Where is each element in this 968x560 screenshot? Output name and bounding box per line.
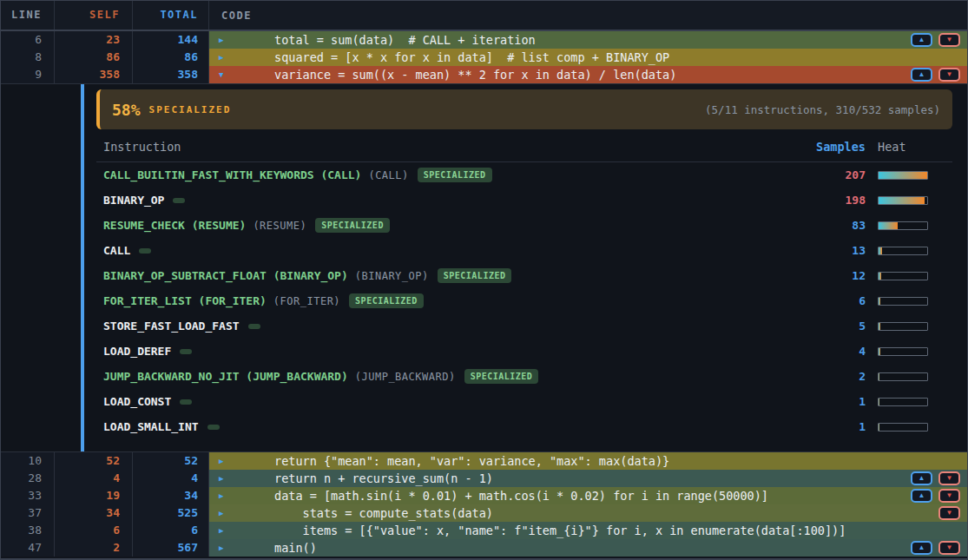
sample-count: 4 <box>801 345 866 358</box>
jump-up-button[interactable]: ▲ <box>911 541 932 555</box>
code-row[interactable]: 9 358 358 ▼ variance = sum((x - mean) **… <box>1 66 967 83</box>
heat-bar-fill <box>879 424 879 431</box>
profiler-app: LINE SELF TOTAL CODE 6 23 144 ▶ total = … <box>0 0 968 560</box>
specialized-label: SPECIALIZED <box>149 104 232 115</box>
expand-collapse-icon[interactable]: ▶ <box>219 526 231 535</box>
heat-bar-fill <box>879 273 881 280</box>
code-row[interactable]: 6 23 144 ▶ total = sum(data) # CALL + it… <box>1 31 967 49</box>
source-code-text: items = [{"value": x, "name": f"item_{i}… <box>274 524 846 537</box>
code-cell[interactable]: ▶ total = sum(data) # CALL + iteration ▲… <box>209 31 967 49</box>
column-header-code: CODE <box>209 10 967 22</box>
instruction-name: LOAD_CONST <box>96 395 801 408</box>
code-cell[interactable]: ▶ return n + recursive_sum(n - 1) ▲ ▼ <box>209 470 967 487</box>
row-navigation-buttons: ▲ ▼ <box>911 471 960 485</box>
expand-collapse-icon[interactable]: ▶ <box>219 36 231 44</box>
code-row[interactable]: 10 52 52 ▶ return {"mean": mean, "var": … <box>1 452 967 470</box>
source-code-text: return {"mean": mean, "var": variance, "… <box>274 454 669 468</box>
line-number: 28 <box>1 470 55 487</box>
heat-bar-cell <box>866 372 952 381</box>
code-row[interactable]: 37 34 525 ▶ stats = compute_stats(data) … <box>1 504 967 522</box>
heat-bar-track <box>878 171 928 180</box>
code-cell[interactable]: ▼ variance = sum((x - mean) ** 2 for x i… <box>209 66 967 83</box>
row-navigation-buttons: ▲ ▼ <box>911 33 960 47</box>
source-code-text: variance = sum((x - mean) ** 2 for x in … <box>274 68 676 82</box>
jump-down-button[interactable]: ▼ <box>938 541 960 555</box>
sample-count: 5 <box>801 320 866 333</box>
jump-down-button[interactable]: ▼ <box>938 68 960 82</box>
column-header-self: SELF <box>55 1 133 30</box>
line-number: 38 <box>1 522 55 539</box>
column-header-line: LINE <box>1 1 55 30</box>
heat-bar-track <box>878 196 928 205</box>
jump-up-button[interactable]: ▲ <box>911 489 932 503</box>
heat-bar-cell <box>866 423 952 432</box>
code-cell[interactable]: ▶ main() ▲ ▼ <box>209 539 967 557</box>
jump-up-button[interactable]: ▲ <box>911 471 932 485</box>
expand-collapse-icon[interactable]: ▶ <box>219 474 231 483</box>
jump-down-button[interactable]: ▼ <box>938 33 960 47</box>
instruction-row: LOAD_DEREF 4 <box>96 339 952 364</box>
jump-down-button[interactable]: ▼ <box>938 471 960 485</box>
code-rows-top: 6 23 144 ▶ total = sum(data) # CALL + it… <box>1 31 967 84</box>
expand-collapse-icon[interactable]: ▶ <box>219 457 231 465</box>
source-code-text: total = sum(data) # CALL + iteration <box>274 33 536 47</box>
line-number: 10 <box>1 452 55 470</box>
jump-up-button[interactable]: ▲ <box>911 33 932 47</box>
heat-bar-fill <box>879 197 925 204</box>
instruction-name: RESUME_CHECK (RESUME)(RESUME)SPECIALIZED <box>96 218 801 233</box>
base-opcode-label: (FOR_ITER) <box>273 295 340 307</box>
heat-bar-track <box>878 398 928 406</box>
heat-bar-fill <box>879 172 927 179</box>
source-code-text: data = [math.sin(i * 0.01) + math.cos(i … <box>274 489 768 503</box>
self-samples: 358 <box>55 66 133 83</box>
source-code-text: main() <box>274 541 317 555</box>
sample-count: 13 <box>801 244 866 257</box>
row-navigation-buttons: ▲ ▼ <box>911 541 960 555</box>
column-header-total: TOTAL <box>133 1 209 30</box>
self-samples: 23 <box>55 31 133 49</box>
jump-down-button[interactable]: ▼ <box>938 506 960 520</box>
specialized-badge: SPECIALIZED <box>418 168 492 182</box>
total-samples: 4 <box>133 470 209 487</box>
expand-collapse-icon[interactable]: ▶ <box>219 544 231 552</box>
self-samples: 4 <box>55 470 133 487</box>
source-code-text: stats = compute_stats(data) <box>274 506 493 520</box>
code-cell[interactable]: ▶ stats = compute_stats(data) ▲ ▼ <box>209 504 967 522</box>
code-cell[interactable]: ▶ items = [{"value": x, "name": f"item_{… <box>209 522 967 539</box>
specialization-banner: 58% SPECIALIZED (5/11 instructions, 310/… <box>96 89 952 129</box>
expand-collapse-icon[interactable]: ▶ <box>219 509 231 517</box>
expand-collapse-icon[interactable]: ▶ <box>219 53 231 62</box>
expand-collapse-icon[interactable]: ▶ <box>219 491 231 500</box>
code-row[interactable]: 33 19 34 ▶ data = [math.sin(i * 0.01) + … <box>1 487 967 504</box>
column-header-heat: Heat <box>866 140 952 154</box>
code-cell[interactable]: ▶ return {"mean": mean, "var": variance,… <box>209 452 967 470</box>
code-row[interactable]: 8 86 86 ▶ squared = [x * x for x in data… <box>1 49 967 66</box>
code-row[interactable]: 38 6 6 ▶ items = [{"value": x, "name": f… <box>1 522 967 539</box>
instruction-name: LOAD_SMALL_INT <box>96 420 801 433</box>
code-row[interactable]: 28 4 4 ▶ return n + recursive_sum(n - 1)… <box>1 470 967 487</box>
instruction-row: CALL 13 <box>96 238 952 263</box>
total-samples: 86 <box>133 49 209 66</box>
expand-collapse-icon[interactable]: ▼ <box>219 70 231 79</box>
instruction-name: LOAD_DEREF <box>96 345 801 358</box>
specialized-badge <box>180 349 192 354</box>
jump-down-button[interactable]: ▼ <box>938 489 960 503</box>
self-samples: 52 <box>55 452 133 470</box>
code-row[interactable]: 47 2 567 ▶ main() ▲ ▼ <box>1 539 967 557</box>
heat-bar-cell <box>866 221 952 230</box>
heat-bar-fill <box>879 373 879 380</box>
jump-up-button[interactable]: ▲ <box>911 68 932 82</box>
sample-count: 1 <box>801 420 866 433</box>
source-code-text: squared = [x * x for x in data] # list c… <box>274 50 669 64</box>
sample-count: 12 <box>801 269 866 282</box>
self-samples: 34 <box>55 504 133 522</box>
code-cell[interactable]: ▶ data = [math.sin(i * 0.01) + math.cos(… <box>209 487 967 504</box>
code-cell[interactable]: ▶ squared = [x * x for x in data] # list… <box>209 49 967 66</box>
heat-bar-fill <box>879 298 880 305</box>
self-samples: 6 <box>55 522 133 539</box>
heat-bar-track <box>878 423 928 432</box>
sample-count: 198 <box>801 194 866 207</box>
instruction-row: CALL_BUILTIN_FAST_WITH_KEYWORDS (CALL)(C… <box>96 162 952 188</box>
instruction-rows: CALL_BUILTIN_FAST_WITH_KEYWORDS (CALL)(C… <box>96 162 952 439</box>
total-samples: 567 <box>133 539 209 557</box>
